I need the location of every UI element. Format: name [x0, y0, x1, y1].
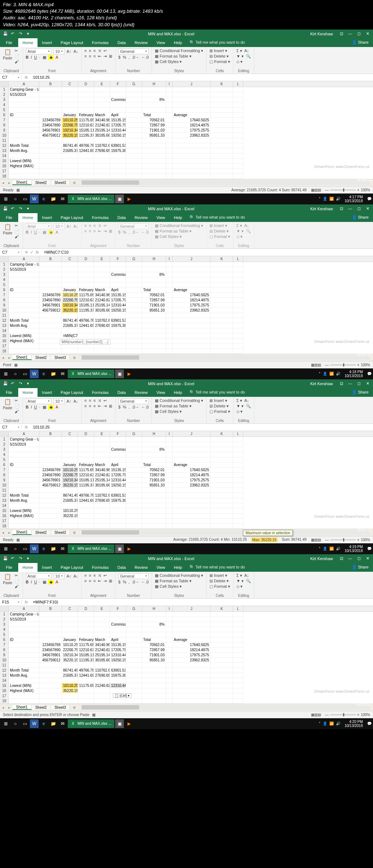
fill-icon[interactable]: ◆	[48, 230, 54, 235]
cell[interactable]	[39, 524, 62, 529]
row-header[interactable]: 10	[0, 133, 9, 138]
cell[interactable]	[62, 328, 78, 333]
cell[interactable]: Lowest (MIN)	[9, 159, 39, 164]
cut-icon[interactable]: ✂	[15, 573, 20, 578]
cell[interactable]	[39, 699, 62, 704]
cell[interactable]	[211, 313, 233, 318]
cell[interactable]	[126, 478, 142, 483]
cell[interactable]	[94, 627, 110, 632]
cell[interactable]	[233, 118, 243, 123]
cell[interactable]	[233, 642, 243, 648]
cell[interactable]: 15135.15	[110, 642, 126, 648]
cell[interactable]	[126, 128, 142, 133]
cell[interactable]	[173, 267, 211, 272]
cell[interactable]	[39, 673, 62, 678]
cell[interactable]	[39, 437, 62, 442]
cell[interactable]	[9, 452, 39, 457]
cell[interactable]	[78, 699, 94, 704]
qat-more-icon[interactable]: ▾	[27, 206, 32, 211]
undo-icon[interactable]: ↶	[11, 556, 16, 561]
cell[interactable]	[78, 92, 94, 97]
cell[interactable]	[166, 118, 173, 123]
row-header[interactable]: 18	[0, 699, 9, 704]
view-normal-icon[interactable]: ▦	[311, 363, 314, 367]
cell[interactable]	[233, 344, 243, 349]
row-header[interactable]: 12	[0, 318, 9, 323]
row-header[interactable]: 18	[0, 524, 9, 529]
cell[interactable]	[62, 437, 78, 442]
app-icon2[interactable]: ▶	[125, 719, 133, 728]
cell[interactable]	[78, 524, 94, 529]
cell[interactable]	[166, 524, 173, 529]
cell[interactable]	[39, 622, 62, 627]
cell[interactable]	[62, 452, 78, 457]
tab-review[interactable]: Review	[130, 563, 152, 572]
cell[interactable]	[9, 447, 39, 452]
cell[interactable]	[211, 174, 233, 179]
cell[interactable]	[9, 349, 39, 354]
grow-font-icon[interactable]: A↑	[67, 399, 71, 403]
cell[interactable]	[94, 174, 110, 179]
cell[interactable]	[211, 513, 233, 519]
cell[interactable]: 15975.38	[110, 673, 126, 678]
row-header[interactable]: 2	[0, 267, 9, 272]
cell[interactable]	[78, 138, 94, 143]
cell[interactable]: 86741.49	[62, 493, 78, 498]
cell[interactable]	[126, 663, 142, 668]
cell[interactable]	[39, 349, 62, 354]
cell[interactable]	[211, 622, 233, 627]
cell[interactable]	[9, 118, 39, 123]
format-button[interactable]: ▢ Format ▾	[209, 234, 230, 239]
cell[interactable]	[233, 267, 243, 272]
border-icon[interactable]: ▦	[43, 55, 46, 60]
border-icon[interactable]: ▦	[43, 580, 46, 584]
row-header[interactable]: 10	[0, 483, 9, 488]
sheet-tab-3[interactable]: Sheet3	[51, 181, 70, 185]
row-header[interactable]: 4	[0, 452, 9, 457]
cell[interactable]	[94, 503, 110, 508]
tab-help[interactable]: Help	[169, 563, 186, 572]
cell[interactable]	[39, 513, 62, 519]
cell[interactable]	[166, 298, 173, 303]
row-header[interactable]: 15	[0, 683, 9, 688]
cell[interactable]: 23962.8325	[173, 308, 211, 313]
cell[interactable]	[173, 272, 211, 277]
cell[interactable]	[173, 513, 211, 519]
redo-icon[interactable]: ↷	[19, 31, 24, 36]
redo-icon[interactable]: ↷	[19, 381, 24, 386]
row-header[interactable]: 14	[0, 328, 9, 333]
cell[interactable]: 21685.37	[62, 498, 78, 503]
cell[interactable]	[211, 107, 233, 113]
cell[interactable]	[233, 658, 243, 663]
cell[interactable]	[233, 508, 243, 513]
row-header[interactable]: 6	[0, 113, 9, 118]
cell[interactable]	[173, 519, 211, 524]
cell[interactable]	[94, 169, 110, 174]
cell[interactable]: April	[110, 288, 126, 293]
cell[interactable]	[9, 174, 39, 179]
cell[interactable]	[39, 107, 62, 113]
dec-dec-icon[interactable]: ←.0	[141, 580, 149, 584]
cell[interactable]	[94, 313, 110, 318]
cell[interactable]: January	[62, 462, 78, 468]
cell[interactable]	[62, 159, 78, 164]
paste-options-button[interactable]: 📋 (Ctrl) ▾	[113, 693, 131, 698]
view-break-icon[interactable]: ▤	[318, 538, 321, 542]
underline-button[interactable]: U	[34, 405, 37, 409]
col-B[interactable]: B	[39, 431, 62, 437]
cell[interactable]	[142, 107, 166, 113]
cell[interactable]: 30185.66	[94, 658, 110, 663]
row-header[interactable]: 12	[0, 143, 9, 148]
paste-icon[interactable]: 📋	[4, 398, 11, 405]
tab-home[interactable]: Home	[18, 388, 38, 397]
cell[interactable]	[166, 617, 173, 622]
cell[interactable]: 11175.65	[78, 293, 94, 298]
cell[interactable]	[78, 282, 94, 288]
tray-volume-icon[interactable]: 🔊	[336, 547, 340, 551]
cell[interactable]	[9, 524, 39, 529]
cell[interactable]	[9, 282, 39, 288]
cell[interactable]: 70562.01	[142, 118, 166, 123]
cell[interactable]	[173, 617, 211, 622]
cell[interactable]: 35220.15	[62, 308, 78, 313]
tray-volume-icon[interactable]: 🔊	[336, 722, 340, 726]
